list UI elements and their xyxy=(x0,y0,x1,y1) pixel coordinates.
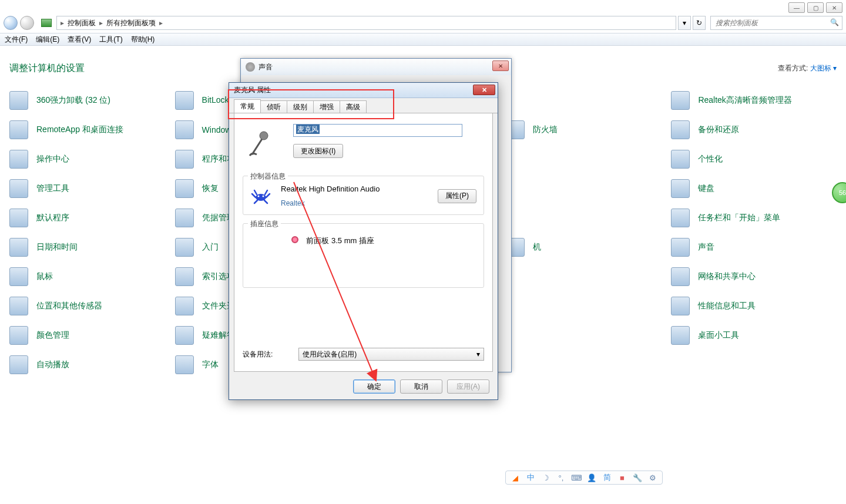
control-panel-item-label: 鼠标 xyxy=(36,271,53,282)
device-usage-select[interactable]: 使用此设备(启用)▾ xyxy=(298,348,484,361)
tray-gear-icon[interactable]: ⚙ xyxy=(648,473,657,482)
control-panel-item-icon xyxy=(671,238,690,257)
close-window-button[interactable]: ✕ xyxy=(826,2,842,13)
tray-person-icon[interactable]: 👤 xyxy=(587,473,596,482)
control-panel-item-icon xyxy=(175,209,194,227)
tray-keyboard-icon[interactable]: ⌨ xyxy=(572,473,581,482)
cancel-button[interactable]: 取消 xyxy=(400,379,442,394)
controller-properties-button[interactable]: 属性(P) xyxy=(438,189,476,203)
control-panel-item-icon xyxy=(9,150,28,169)
breadcrumb-lvl1[interactable]: 控制面板 xyxy=(68,18,96,28)
ime-tray[interactable]: ◢ 中 ☽ °, ⌨ 👤 简 ■ 🔧 ⚙ xyxy=(505,471,663,485)
control-panel-item-label: 声音 xyxy=(698,242,714,253)
maximize-button[interactable]: ▢ xyxy=(807,2,824,13)
control-panel-item[interactable]: 防火墙 xyxy=(506,120,672,139)
control-panel-item-label: 360强力卸载 (32 位) xyxy=(36,95,110,106)
tray-wrench-icon[interactable]: 🔧 xyxy=(633,473,642,482)
tab-levels[interactable]: 级别 xyxy=(287,100,314,113)
control-panel-item[interactable]: 鼠标 xyxy=(9,267,175,286)
forward-button[interactable] xyxy=(20,16,34,30)
control-panel-item[interactable]: 键盘 xyxy=(671,179,837,198)
tray-simplified-icon[interactable]: 简 xyxy=(602,473,612,482)
dialog-button-row: 确定 取消 应用(A) xyxy=(353,379,489,394)
menu-bar: 文件(F) 编辑(E) 查看(V) 工具(T) 帮助(H) xyxy=(0,33,846,46)
breadcrumb[interactable]: ▸ 控制面板 ▸ 所有控制面板项 ▸ xyxy=(56,16,676,30)
control-panel-item-icon xyxy=(9,297,28,315)
tab-listen[interactable]: 侦听 xyxy=(260,100,287,113)
view-mode-link[interactable]: 大图标 ▾ xyxy=(810,64,837,72)
search-box[interactable]: 🔍 xyxy=(710,16,842,30)
control-panel-item-icon xyxy=(9,355,28,374)
menu-help[interactable]: 帮助(H) xyxy=(131,35,155,45)
refresh-button[interactable]: ↻ xyxy=(693,16,706,30)
tab-general[interactable]: 常规 xyxy=(234,99,261,113)
control-panel-item[interactable]: 管理工具 xyxy=(9,179,175,198)
jack-color-dot xyxy=(291,236,298,243)
control-panel-item-icon xyxy=(175,179,194,198)
tab-enhancements[interactable]: 增强 xyxy=(313,100,340,113)
view-mode: 查看方式: 大图标 ▾ xyxy=(778,63,837,73)
control-panel-item-icon xyxy=(671,120,690,139)
search-input[interactable] xyxy=(716,19,828,27)
control-panel-item-label: 颜色管理 xyxy=(36,330,69,341)
control-panel-item[interactable]: 360强力卸载 (32 位) xyxy=(9,91,175,110)
apply-button[interactable]: 应用(A) xyxy=(447,379,489,394)
mic-dialog-close[interactable]: ✕ xyxy=(473,85,495,95)
control-panel-item-label: 操作中心 xyxy=(36,154,69,164)
control-panel-item[interactable]: 位置和其他传感器 xyxy=(9,297,175,315)
device-name-input[interactable]: 麦克风 xyxy=(293,124,462,137)
realtek-crab-icon xyxy=(250,186,271,207)
control-panel-item-icon xyxy=(175,238,194,257)
control-panel-item-label: 任务栏和「开始」菜单 xyxy=(698,213,780,223)
control-panel-item[interactable]: 桌面小工具 xyxy=(671,326,837,345)
menu-tools[interactable]: 工具(T) xyxy=(99,35,122,45)
ok-button[interactable]: 确定 xyxy=(353,379,395,394)
minimize-button[interactable]: — xyxy=(788,2,805,13)
control-panel-item-icon xyxy=(9,209,28,227)
breadcrumb-dropdown[interactable]: ▾ xyxy=(678,16,691,30)
tray-camera-icon[interactable]: ■ xyxy=(617,473,627,482)
control-panel-item-label: 默认程序 xyxy=(36,213,69,223)
tray-ime-cn[interactable]: 中 xyxy=(526,473,535,482)
tray-icon-1[interactable]: ◢ xyxy=(511,473,520,482)
control-panel-item[interactable]: 备份和还原 xyxy=(671,120,837,139)
control-panel-item-label: 字体 xyxy=(202,359,219,370)
navigation-bar: ▸ 控制面板 ▸ 所有控制面板项 ▸ ▾ ↻ 🔍 xyxy=(0,14,846,32)
window-controls: — ▢ ✕ xyxy=(788,2,842,13)
controller-name: Realtek High Definition Audio xyxy=(281,184,428,193)
change-icon-button[interactable]: 更改图标(I) xyxy=(293,144,343,158)
tray-moon-icon[interactable]: ☽ xyxy=(541,473,550,482)
control-panel-item[interactable]: 机 xyxy=(506,238,672,257)
control-panel-item[interactable]: 自动播放 xyxy=(9,355,175,374)
microphone-large-icon xyxy=(243,124,280,162)
menu-edit[interactable]: 编辑(E) xyxy=(36,35,59,45)
control-panel-item-icon xyxy=(175,150,194,169)
sound-dialog-close[interactable]: ✕ xyxy=(492,61,509,71)
control-panel-item[interactable]: 任务栏和「开始」菜单 xyxy=(671,209,837,227)
control-panel-item-icon xyxy=(175,91,194,110)
back-button[interactable] xyxy=(4,16,18,30)
sound-dialog-titlebar[interactable]: 声音 ✕ xyxy=(241,59,511,75)
control-panel-item[interactable]: 颜色管理 xyxy=(9,326,175,345)
menu-file[interactable]: 文件(F) xyxy=(5,35,28,45)
control-panel-item-icon xyxy=(175,355,194,374)
menu-view[interactable]: 查看(V) xyxy=(68,35,91,45)
mic-dialog-titlebar[interactable]: 麦克风 属性 ✕ xyxy=(229,83,498,98)
control-panel-item-label: 键盘 xyxy=(698,183,714,194)
control-panel-item[interactable]: Realtek高清晰音频管理器 xyxy=(671,91,837,110)
control-panel-item[interactable]: 日期和时间 xyxy=(9,238,175,257)
controller-group-label: 控制器信息 xyxy=(248,172,288,182)
control-panel-item[interactable]: 声音 xyxy=(671,238,837,257)
control-panel-item-label: 桌面小工具 xyxy=(698,330,739,341)
control-panel-item[interactable]: RemoteApp 和桌面连接 xyxy=(9,120,175,139)
tray-punct-icon[interactable]: °, xyxy=(556,473,566,482)
control-panel-item[interactable]: 操作中心 xyxy=(9,150,175,169)
control-panel-item[interactable]: 默认程序 xyxy=(9,209,175,227)
control-panel-item[interactable]: 性能信息和工具 xyxy=(671,297,837,315)
control-panel-item-label: 管理工具 xyxy=(36,183,69,194)
control-panel-item[interactable]: 个性化 xyxy=(671,150,837,169)
breadcrumb-lvl2[interactable]: 所有控制面板项 xyxy=(106,18,156,28)
control-panel-item-icon xyxy=(9,326,28,345)
control-panel-item[interactable]: 网络和共享中心 xyxy=(671,267,837,286)
tab-advanced[interactable]: 高级 xyxy=(340,100,367,113)
